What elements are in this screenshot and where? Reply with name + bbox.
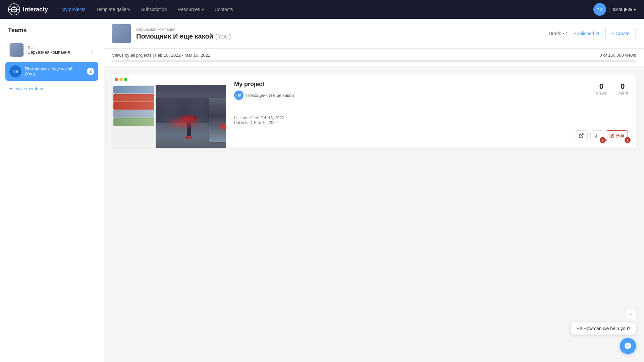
member-name: Помощник И еще какой (You) [25, 66, 84, 76]
project-header-thumb [112, 24, 131, 43]
card-body-left: My project ПИ Помощник И еще какой [234, 81, 596, 104]
invite-members-link[interactable]: + Invite members [5, 82, 98, 95]
chevron-down-icon: ▾ [634, 7, 636, 12]
progress-bar [112, 60, 636, 62]
owner-avatar: ПИ [234, 90, 244, 100]
card-stat-views: 0 Views [596, 82, 607, 96]
messenger-icon [624, 342, 632, 350]
card-stat-views-value: 0 [596, 82, 607, 91]
navbar: interacty My projects Template gallery S… [0, 0, 644, 19]
content-area: Серьёзная компания Помощник И еще какой … [104, 19, 644, 362]
logo-text: interacty [23, 6, 48, 13]
published-date: Published: Feb 16, 2022 [234, 120, 628, 125]
team-label: Team [28, 46, 85, 50]
projects-list: My project ПИ Помощник И еще какой 0 Vie… [104, 66, 644, 156]
plus-icon: + [9, 85, 12, 92]
sidebar-item-team[interactable]: Team Серьёзная компания ⋮ [5, 39, 98, 61]
project-title: Помощник И еще какой (You) [136, 33, 543, 40]
thumb-overlay-card [209, 98, 226, 142]
strip-img-5 [113, 118, 154, 126]
card-thumbnail [112, 74, 226, 148]
card-title: My project [234, 81, 596, 88]
strip-img-1 [113, 86, 154, 94]
analytics-badge-container: 2 [590, 130, 603, 141]
project-card: My project ПИ Помощник И еще какой 0 Vie… [112, 74, 636, 148]
card-dates: Last modified: Feb 16, 2022 Published: F… [234, 116, 628, 125]
chat-bubble: Hi! How can we help you? [571, 322, 636, 335]
project-meta: Серьёзная компания Помощник И еще какой … [136, 27, 543, 40]
chat-minimize-button[interactable]: − [626, 310, 636, 319]
analytics-badge: 2 [600, 137, 606, 143]
chat-open-button[interactable] [620, 338, 636, 354]
mockup-content [112, 85, 226, 148]
dot-red [115, 78, 118, 81]
project-stats: Drafts • 1 Published •1 [549, 31, 600, 36]
project-company: Серьёзная компания [136, 27, 543, 32]
external-link-icon [579, 133, 584, 138]
card-context-menu-button[interactable]: ⋮ [626, 78, 632, 85]
dot-green [124, 78, 127, 81]
views-count: 0 of 150 000 views [600, 53, 636, 58]
chat-widget: − Hi! How can we help you? [571, 310, 636, 354]
card-body-right: 0 Views 0 Users [596, 81, 628, 96]
member-avatar: ПИ [9, 65, 21, 77]
strip-img-4 [113, 110, 154, 118]
svg-line-4 [581, 134, 583, 136]
project-header: Серьёзная компания Помощник И еще какой … [104, 19, 644, 49]
logo-icon [8, 3, 20, 15]
team-context-menu-icon[interactable]: ⋮ [88, 46, 94, 54]
owner-name: Помощник И еще какой [246, 93, 294, 98]
card-stat-views-label: Views [596, 91, 607, 96]
sidebar-title: Teams [5, 27, 98, 34]
user-avatar-icon: ПИ [593, 3, 606, 16]
main-layout: Teams Team Серьёзная компания ⋮ ПИ Помощ… [0, 19, 644, 362]
nav-contacts[interactable]: Contacts [215, 7, 233, 12]
project-you-label: (You) [215, 33, 231, 40]
preview-button[interactable] [575, 130, 588, 141]
edit-badge: 1 [625, 137, 631, 143]
edit-icon [609, 133, 614, 138]
card-actions: 2 Edit 1 [234, 130, 628, 141]
last-modified: Last modified: Feb 16, 2022 [234, 116, 628, 120]
views-bar-row: Views by all projects | Feb 16, 2022 - M… [112, 53, 636, 58]
views-bar: Views by all projects | Feb 16, 2022 - M… [104, 49, 644, 66]
create-button[interactable]: + Create [605, 28, 636, 39]
chart-icon [594, 133, 599, 138]
user-area: ПИ Помощник ▾ [593, 3, 636, 16]
mockup-main [156, 85, 226, 148]
card-info-top: My project ПИ Помощник И еще какой 0 Vie… [234, 81, 628, 104]
card-info: My project ПИ Помощник И еще какой 0 Vie… [226, 74, 636, 148]
strip-img-3 [113, 102, 154, 110]
member-count-badge: 2 [87, 68, 94, 75]
thumbnail-mockup [112, 74, 226, 148]
views-bar-inner: Views by all projects | Feb 16, 2022 - M… [112, 53, 636, 62]
drafts-stat: Drafts • 1 [549, 31, 568, 36]
team-name: Серьёзная компания [28, 50, 85, 55]
card-stat-users-label: Users [618, 91, 628, 96]
card-owner: ПИ Помощник И еще какой [234, 90, 596, 100]
sidebar: Teams Team Серьёзная компания ⋮ ПИ Помощ… [0, 19, 104, 362]
nav-subscription[interactable]: Subscription [141, 7, 167, 12]
logo[interactable]: interacty [8, 3, 48, 15]
sidebar-item-member[interactable]: ПИ Помощник И еще какой (You) 2 [5, 62, 98, 81]
nav-resources[interactable]: Resources ▾ [178, 7, 204, 12]
views-label: Views by all projects | Feb 16, 2022 - M… [112, 53, 210, 58]
team-info: Team Серьёзная компания [28, 46, 85, 55]
member-left: ПИ Помощник И еще какой (You) [9, 65, 84, 77]
published-stat[interactable]: Published •1 [574, 31, 600, 36]
edit-badge-container: Edit 1 [606, 130, 628, 141]
chevron-down-icon: ▾ [202, 7, 204, 12]
mockup-top-bar [112, 74, 226, 85]
mockup-strip [112, 85, 156, 148]
nav-template-gallery[interactable]: Template gallery [96, 7, 130, 12]
strip-img-2 [113, 94, 154, 102]
nav-my-projects[interactable]: My projects [61, 7, 86, 12]
thumb-overlay-inner [209, 98, 226, 142]
user-menu[interactable]: Помощник ▾ [609, 7, 636, 12]
dot-yellow [119, 78, 123, 81]
team-avatar [9, 43, 24, 57]
